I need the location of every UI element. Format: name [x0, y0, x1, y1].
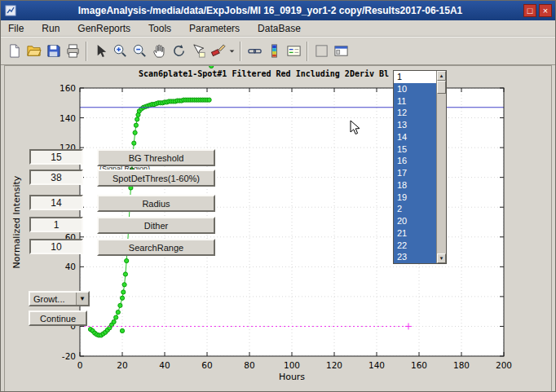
bg-threshold-row: BG Threshold	[29, 149, 215, 166]
svg-text:100: 100	[284, 360, 300, 370]
menu-item-database[interactable]: DataBase	[250, 23, 308, 34]
svg-text:0: 0	[77, 360, 83, 370]
growth-dropdown[interactable]: Growt... ▼	[29, 291, 90, 306]
scroll-up-icon[interactable]: ▲	[437, 71, 446, 81]
dropdown-item-13[interactable]: 13	[394, 119, 436, 131]
searchrange-row: SearchRange	[29, 239, 215, 256]
dropdown-item-23[interactable]: 23	[394, 251, 436, 263]
svg-text:20: 20	[117, 360, 127, 370]
menu-bar: FileRunGenReportsToolsParametersDataBase	[1, 20, 555, 37]
window-buttons: □ ×	[523, 4, 552, 17]
dropdown-item-19[interactable]: 19	[394, 192, 436, 204]
zoom-out-icon[interactable]	[130, 41, 149, 62]
dropdown-item-16[interactable]: 16	[394, 155, 436, 167]
svg-text:140: 140	[368, 360, 385, 370]
open-folder-icon[interactable]	[24, 41, 43, 62]
save-icon[interactable]	[43, 41, 63, 62]
svg-text:80: 80	[244, 360, 254, 370]
brush-menu-arrow-icon[interactable]	[227, 41, 236, 62]
svg-text:40: 40	[65, 262, 76, 271]
value-dropdown: 110111213141516171819220212223 ▲ ▼	[393, 70, 447, 264]
svg-text:60: 60	[201, 360, 212, 370]
dropdown-item-11[interactable]: 11	[394, 95, 436, 108]
figure-area: 020406080100120140160180200-200204060801…	[4, 65, 552, 392]
rotate-3d-icon[interactable]	[169, 41, 188, 62]
dropdown-item-20[interactable]: 20	[394, 215, 436, 227]
searchrange-input[interactable]	[29, 239, 83, 254]
dropdown-item-10[interactable]: 10	[394, 83, 436, 95]
new-file-icon[interactable]	[4, 41, 24, 62]
bg-threshold-button[interactable]: BG Threshold	[97, 149, 215, 166]
svg-text:120: 120	[326, 360, 342, 370]
growth-dropdown-label: Growt...	[33, 294, 65, 304]
svg-text:160: 160	[60, 83, 76, 93]
scroll-down-icon[interactable]: ▼	[437, 253, 446, 263]
dropdown-scrollbar[interactable]: ▲ ▼	[436, 71, 446, 263]
dither-input[interactable]	[29, 217, 83, 232]
scrollbar-thumb[interactable]	[437, 81, 446, 94]
app-window: ImageAnalysis-/media/data/ExpJobs/MI 16_…	[0, 0, 556, 392]
svg-text:-20: -20	[62, 351, 76, 361]
data-cursor-icon[interactable]	[188, 41, 208, 62]
hide-plot-tools-icon[interactable]	[311, 41, 331, 62]
chevron-down-icon[interactable]: ▼	[76, 293, 88, 305]
window-maximize-button[interactable]: □	[523, 4, 536, 17]
menu-item-parameters[interactable]: Parameters	[182, 23, 247, 34]
pan-hand-icon[interactable]	[149, 41, 169, 62]
menu-item-run[interactable]: Run	[34, 23, 67, 34]
dropdown-item-14[interactable]: 14	[394, 131, 436, 143]
dropdown-item-12[interactable]: 12	[394, 107, 436, 119]
toolbar-separator	[86, 42, 87, 61]
dither-button[interactable]: Dither	[97, 217, 215, 234]
legend-icon[interactable]	[284, 41, 303, 62]
menu-item-genreports[interactable]: GenReports	[70, 23, 138, 34]
brush-icon[interactable]	[208, 41, 227, 62]
searchrange-button[interactable]: SearchRange	[97, 239, 215, 256]
toolbar-separator	[240, 42, 241, 61]
toolbar	[1, 37, 555, 65]
svg-text:Scan6plate1-Spot#1 Filtered Re: Scan6plate1-Spot#1 Filtered Red Includin…	[139, 69, 389, 78]
spotdetthres-button[interactable]: SpotDetThres(1-60%)	[97, 170, 215, 187]
mouse-cursor	[350, 120, 361, 139]
svg-text:200: 200	[496, 360, 512, 370]
menu-item-file[interactable]: File	[1, 23, 31, 34]
dropdown-item-15[interactable]: 15	[394, 143, 436, 156]
spotdetthres-row: SpotDetThres(1-60%)	[29, 170, 215, 187]
continue-button[interactable]: Continue	[29, 311, 87, 326]
radius-input[interactable]	[29, 195, 83, 210]
window-title: ImageAnalysis-/media/data/ExpJobs/MI 16_…	[17, 5, 523, 16]
show-plot-tools-icon[interactable]	[331, 41, 351, 62]
svg-text:160: 160	[411, 360, 427, 370]
dropdown-item-21[interactable]: 21	[394, 227, 436, 240]
svg-text:140: 140	[60, 113, 76, 123]
colorbar-icon[interactable]	[264, 41, 284, 62]
radius-row: Radius	[29, 195, 215, 212]
menu-item-tools[interactable]: Tools	[141, 23, 179, 34]
toolbar-separator	[307, 42, 308, 61]
title-bar: ImageAnalysis-/media/data/ExpJobs/MI 16_…	[1, 1, 555, 20]
svg-text:Hours: Hours	[279, 372, 305, 382]
print-icon[interactable]	[63, 41, 82, 62]
window-close-button[interactable]: ×	[539, 4, 552, 17]
link-plots-icon[interactable]	[245, 41, 264, 62]
dropdown-item-17[interactable]: 17	[394, 167, 436, 179]
svg-text:180: 180	[453, 360, 470, 370]
dither-row: Dither	[29, 217, 215, 234]
dropdown-item-18[interactable]: 18	[394, 179, 436, 192]
svg-text:Normalized Intensity: Normalized Intensity	[11, 175, 22, 268]
cursor-arrow-icon[interactable]	[90, 41, 110, 62]
dropdown-item-2[interactable]: 2	[394, 203, 436, 215]
bg-threshold-input[interactable]	[29, 149, 83, 165]
svg-text:40: 40	[159, 360, 170, 370]
dropdown-item-1[interactable]: 1	[394, 71, 436, 83]
window-icon	[4, 4, 17, 17]
dropdown-item-22[interactable]: 22	[394, 240, 436, 252]
dropdown-list: 110111213141516171819220212223	[394, 71, 436, 263]
spotdetthres-input[interactable]	[29, 170, 83, 185]
zoom-in-icon[interactable]	[110, 41, 130, 62]
radius-button[interactable]: Radius	[97, 195, 215, 212]
